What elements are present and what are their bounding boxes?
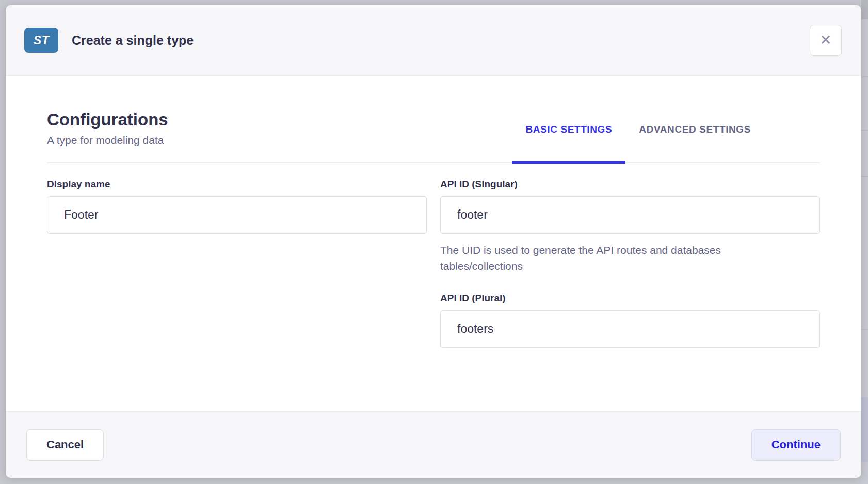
api-id-singular-input[interactable] — [440, 196, 820, 234]
single-type-badge-icon: ST — [24, 28, 58, 53]
api-id-plural-label: API ID (Plural) — [440, 293, 820, 304]
api-id-plural-field: API ID (Plural) — [440, 293, 820, 348]
tab-advanced-settings[interactable]: ADVANCED SETTINGS — [625, 124, 764, 162]
page-backdrop: ST Create a single type ✕ Configurations… — [0, 0, 868, 484]
form-column-left: Display name — [47, 179, 427, 348]
modal-header: ST Create a single type ✕ — [6, 5, 861, 76]
display-name-input[interactable] — [47, 196, 427, 234]
continue-button[interactable]: Continue — [751, 429, 841, 461]
modal-title: Create a single type — [72, 33, 194, 48]
section-head: Configurations A type for modeling data … — [47, 76, 820, 163]
modal-body: Configurations A type for modeling data … — [6, 76, 861, 411]
api-id-plural-input[interactable] — [440, 310, 820, 348]
configuration-form: Display name API ID (Singular) The UID i… — [47, 179, 820, 348]
modal-footer: Cancel Continue — [6, 411, 861, 478]
api-id-singular-hint: The UID is used to generate the API rout… — [440, 242, 763, 274]
display-name-field: Display name — [47, 179, 427, 234]
api-id-singular-field: API ID (Singular) The UID is used to gen… — [440, 179, 820, 274]
tab-basic-settings[interactable]: BASIC SETTINGS — [512, 124, 625, 162]
section-subtitle: A type for modeling data — [47, 134, 168, 147]
cancel-button[interactable]: Cancel — [26, 429, 104, 461]
close-icon: ✕ — [819, 33, 831, 47]
section-title: Configurations — [47, 109, 168, 130]
form-column-right: API ID (Singular) The UID is used to gen… — [440, 179, 820, 348]
close-button[interactable]: ✕ — [810, 25, 842, 56]
api-id-singular-label: API ID (Singular) — [440, 179, 820, 190]
settings-tabs: BASIC SETTINGS ADVANCED SETTINGS — [512, 124, 764, 162]
create-single-type-modal: ST Create a single type ✕ Configurations… — [6, 5, 861, 478]
background-page-rows — [861, 0, 868, 484]
section-titles: Configurations A type for modeling data — [47, 109, 168, 162]
display-name-label: Display name — [47, 179, 427, 190]
